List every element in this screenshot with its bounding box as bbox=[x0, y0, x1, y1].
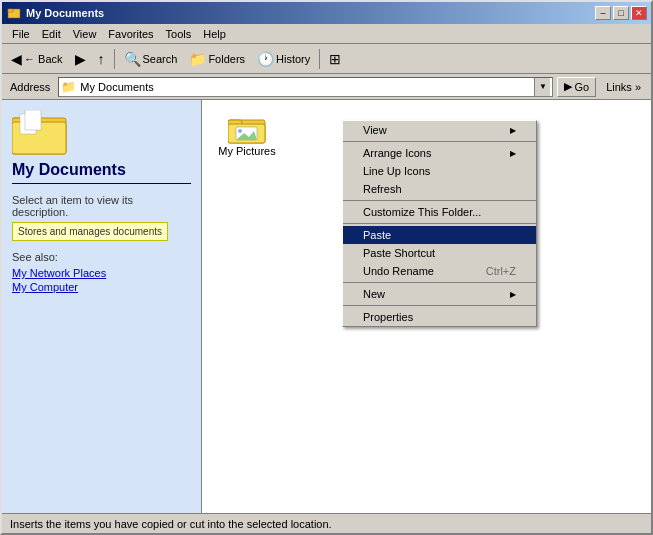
search-icon: 🔍 bbox=[124, 51, 141, 67]
menu-edit[interactable]: Edit bbox=[36, 27, 67, 41]
ctx-properties[interactable]: Properties bbox=[343, 308, 536, 326]
address-dropdown[interactable]: ▼ bbox=[534, 78, 550, 96]
folder-large-icon bbox=[12, 110, 191, 157]
ctx-lineup-icons[interactable]: Line Up Icons bbox=[343, 162, 536, 180]
links-button[interactable]: Links » bbox=[600, 80, 647, 94]
window-title: My Documents bbox=[26, 7, 104, 19]
main-area: My Documents Select an item to view its … bbox=[2, 100, 651, 513]
menu-view[interactable]: View bbox=[67, 27, 103, 41]
view-icon: ⊞ bbox=[329, 51, 341, 67]
title-bar-buttons: – □ ✕ bbox=[595, 6, 647, 20]
left-panel: My Documents Select an item to view its … bbox=[2, 100, 202, 513]
file-label-my-pictures: My Pictures bbox=[218, 145, 275, 157]
ctx-arrange-icons-arrow: ▶ bbox=[510, 149, 516, 158]
status-text: Inserts the items you have copied or cut… bbox=[10, 518, 332, 530]
menu-tools[interactable]: Tools bbox=[160, 27, 198, 41]
menu-bar: File Edit View Favorites Tools Help bbox=[2, 24, 651, 44]
view-button[interactable]: ⊞ bbox=[324, 47, 346, 71]
window-icon bbox=[6, 5, 22, 21]
folders-label: Folders bbox=[208, 53, 245, 65]
context-menu: View ▶ Arrange Icons ▶ Line Up Icons Ref… bbox=[342, 120, 537, 327]
address-text: My Documents bbox=[80, 81, 530, 93]
file-item-my-pictures[interactable]: My Pictures bbox=[212, 110, 282, 157]
ctx-sep1 bbox=[343, 141, 536, 142]
ctx-view[interactable]: View ▶ bbox=[343, 121, 536, 139]
ctx-arrange-icons-label: Arrange Icons bbox=[363, 147, 431, 159]
folders-button[interactable]: 📁 Folders bbox=[184, 47, 250, 71]
ctx-sep3 bbox=[343, 223, 536, 224]
close-button[interactable]: ✕ bbox=[631, 6, 647, 20]
ctx-refresh[interactable]: Refresh bbox=[343, 180, 536, 198]
go-button[interactable]: ▶ Go bbox=[557, 77, 596, 97]
search-button[interactable]: 🔍 Search bbox=[119, 47, 183, 71]
address-label: Address bbox=[6, 81, 54, 93]
go-label: Go bbox=[574, 81, 589, 93]
title-bar-left: My Documents bbox=[6, 5, 104, 21]
ctx-sep5 bbox=[343, 305, 536, 306]
up-icon: ↑ bbox=[98, 51, 105, 67]
panel-info-box: Stores and manages documents bbox=[12, 222, 168, 241]
menu-help[interactable]: Help bbox=[197, 27, 232, 41]
search-label: Search bbox=[143, 53, 178, 65]
ctx-refresh-label: Refresh bbox=[363, 183, 402, 195]
panel-section-text: Select an item to view its description. bbox=[12, 194, 191, 218]
my-pictures-icon bbox=[227, 110, 267, 145]
svg-point-11 bbox=[238, 129, 242, 133]
svg-rect-6 bbox=[25, 110, 41, 130]
history-icon: 🕐 bbox=[257, 51, 274, 67]
history-label: History bbox=[276, 53, 310, 65]
address-input-wrap[interactable]: 📁 My Documents ▼ bbox=[58, 77, 553, 97]
back-icon: ◀ bbox=[11, 51, 22, 67]
menu-favorites[interactable]: Favorites bbox=[102, 27, 159, 41]
ctx-customize-folder[interactable]: Customize This Folder... bbox=[343, 203, 536, 221]
folders-icon: 📁 bbox=[189, 51, 206, 67]
minimize-button[interactable]: – bbox=[595, 6, 611, 20]
forward-icon: ▶ bbox=[75, 51, 86, 67]
menu-file[interactable]: File bbox=[6, 27, 36, 41]
go-icon: ▶ bbox=[564, 80, 572, 93]
svg-rect-1 bbox=[8, 9, 13, 12]
status-bar: Inserts the items you have copied or cut… bbox=[2, 513, 651, 533]
ctx-undo-rename-label: Undo Rename bbox=[363, 265, 434, 277]
my-computer-link[interactable]: My Computer bbox=[12, 281, 191, 293]
right-content: My Pictures View ▶ Arrange Icons ▶ Line … bbox=[202, 100, 651, 513]
up-button[interactable]: ↑ bbox=[93, 47, 110, 71]
maximize-button[interactable]: □ bbox=[613, 6, 629, 20]
ctx-properties-label: Properties bbox=[363, 311, 413, 323]
toolbar-sep1 bbox=[114, 49, 115, 69]
panel-folder-title: My Documents bbox=[12, 161, 191, 184]
ctx-paste-shortcut[interactable]: Paste Shortcut bbox=[343, 244, 536, 262]
title-bar: My Documents – □ ✕ bbox=[2, 2, 651, 24]
ctx-view-label: View bbox=[363, 124, 387, 136]
ctx-sep2 bbox=[343, 200, 536, 201]
address-bar: Address 📁 My Documents ▼ ▶ Go Links » bbox=[2, 74, 651, 100]
history-button[interactable]: 🕐 History bbox=[252, 47, 315, 71]
toolbar: ◀ ← Back ▶ ↑ 🔍 Search 📁 Folders 🕐 Histor… bbox=[2, 44, 651, 74]
window: My Documents – □ ✕ File Edit View Favori… bbox=[0, 0, 653, 535]
ctx-paste-shortcut-label: Paste Shortcut bbox=[363, 247, 435, 259]
ctx-view-arrow: ▶ bbox=[510, 126, 516, 135]
toolbar-sep2 bbox=[319, 49, 320, 69]
ctx-new-arrow: ▶ bbox=[510, 290, 516, 299]
forward-button[interactable]: ▶ bbox=[70, 47, 91, 71]
address-folder-icon: 📁 bbox=[61, 80, 76, 94]
see-also-label: See also: bbox=[12, 251, 191, 263]
ctx-paste[interactable]: Paste bbox=[343, 226, 536, 244]
ctx-new-label: New bbox=[363, 288, 385, 300]
back-button[interactable]: ◀ ← Back bbox=[6, 47, 68, 71]
ctx-sep4 bbox=[343, 282, 536, 283]
back-label: ← Back bbox=[24, 53, 63, 65]
ctx-paste-label: Paste bbox=[363, 229, 391, 241]
ctx-customize-folder-label: Customize This Folder... bbox=[363, 206, 481, 218]
ctx-new[interactable]: New ▶ bbox=[343, 285, 536, 303]
ctx-lineup-icons-label: Line Up Icons bbox=[363, 165, 430, 177]
my-network-places-link[interactable]: My Network Places bbox=[12, 267, 191, 279]
ctx-undo-rename[interactable]: Undo Rename Ctrl+Z bbox=[343, 262, 536, 280]
ctx-undo-rename-shortcut: Ctrl+Z bbox=[486, 265, 516, 277]
ctx-arrange-icons[interactable]: Arrange Icons ▶ bbox=[343, 144, 536, 162]
